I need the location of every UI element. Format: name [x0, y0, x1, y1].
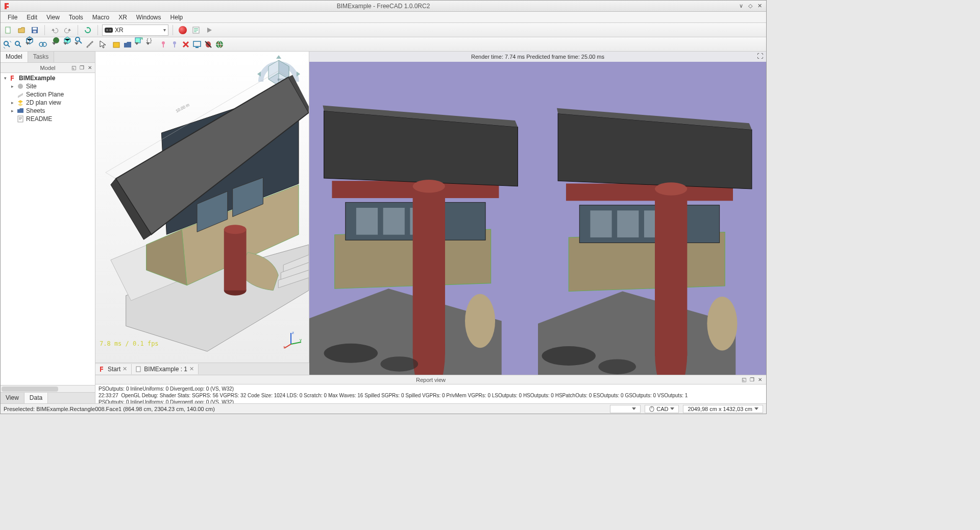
- log-line: 22:33:27 OpenGL Debug: Shader Stats: SGP…: [99, 393, 688, 398]
- expand-arrow-icon[interactable]: ▸: [10, 100, 15, 105]
- tab-view[interactable]: View: [1, 393, 24, 403]
- minimize-button[interactable]: ∨: [738, 3, 745, 10]
- 3d-model-render: 10.00 m: [95, 52, 309, 356]
- tree-item-label: Site: [26, 83, 37, 90]
- vr-viewport[interactable]: Render time: 7.74 ms Predicted frame tim…: [309, 52, 766, 375]
- menu-macro[interactable]: Macro: [88, 13, 113, 22]
- fit-all-button[interactable]: [3, 40, 12, 49]
- tab-document[interactable]: BIMExample : 1 ✕: [132, 364, 199, 374]
- mouse-icon: [649, 406, 654, 412]
- menu-windows[interactable]: Windows: [132, 13, 165, 22]
- fit-selection-button[interactable]: [14, 40, 23, 49]
- group-button[interactable]: [123, 40, 132, 49]
- tab-document-label: BIMExample : 1: [144, 366, 187, 373]
- isometric-button[interactable]: [25, 36, 34, 53]
- tree-item-site[interactable]: ▸ Site: [1, 82, 95, 90]
- dock-close-icon[interactable]: ✕: [758, 377, 764, 382]
- svg-rect-67: [413, 186, 445, 353]
- svg-point-86: [542, 346, 596, 366]
- part-create-button[interactable]: [112, 40, 121, 49]
- svg-rect-60: [356, 208, 378, 235]
- close-tab-icon[interactable]: ✕: [122, 366, 127, 372]
- play-button[interactable]: [204, 25, 215, 36]
- refresh-button[interactable]: [82, 25, 93, 36]
- vargroup-button[interactable]: { }: [145, 36, 155, 53]
- part-box-button[interactable]: [63, 36, 72, 53]
- macro-edit-button[interactable]: [190, 25, 202, 36]
- expand-arrow-icon[interactable]: ▾: [3, 76, 8, 81]
- screen-button[interactable]: [192, 40, 202, 49]
- tree-item-sheets[interactable]: ▸ Sheets: [1, 107, 95, 115]
- link-button[interactable]: [134, 36, 143, 53]
- tab-start-label: Start: [108, 366, 120, 373]
- status-nav-style[interactable]: CAD: [645, 405, 679, 413]
- close-button[interactable]: ✕: [756, 3, 763, 10]
- pin-button[interactable]: [159, 40, 168, 49]
- tree-root[interactable]: ▾ BIMExample: [1, 74, 95, 82]
- menu-xr[interactable]: XR: [114, 13, 131, 22]
- measure-button[interactable]: [85, 40, 94, 49]
- open-button[interactable]: [16, 25, 27, 36]
- close-tab-icon[interactable]: ✕: [189, 366, 194, 372]
- record-button[interactable]: [177, 25, 188, 36]
- svg-point-5: [106, 29, 108, 31]
- tree-item-readme[interactable]: README: [1, 115, 95, 123]
- new-button[interactable]: [3, 25, 14, 36]
- fullscreen-icon[interactable]: ⛶: [757, 53, 763, 60]
- vr-right-eye: [538, 52, 767, 375]
- tree-hscrollbar[interactable]: [1, 385, 95, 392]
- undo-button[interactable]: [49, 25, 60, 36]
- model-tree[interactable]: ▾ BIMExample ▸ Site Section Plane ▸: [1, 73, 95, 385]
- menu-edit[interactable]: Edit: [22, 13, 41, 22]
- redo-button[interactable]: [62, 25, 74, 36]
- menu-tools[interactable]: Tools: [65, 13, 87, 22]
- log-line: PSOutputs: 0 InlineUniforms: 0 Divergent…: [99, 386, 234, 392]
- zoom-button[interactable]: [74, 36, 83, 53]
- tab-start[interactable]: Start ✕: [95, 364, 132, 374]
- status-dimensions[interactable]: 2049,98 cm x 1432,03 cm: [683, 405, 763, 413]
- draw-style-button[interactable]: [52, 36, 61, 53]
- svg-rect-14: [113, 42, 119, 47]
- status-blank-combo[interactable]: [610, 405, 641, 413]
- save-button[interactable]: [29, 25, 40, 36]
- svg-point-9: [15, 41, 19, 45]
- svg-point-17: [162, 41, 165, 44]
- freecad-doc-icon: [10, 75, 17, 82]
- dock-float-icon[interactable]: ❐: [79, 65, 85, 71]
- record-icon: [179, 26, 187, 34]
- tree-item-2d-plan[interactable]: ▸ 2D plan view: [1, 99, 95, 107]
- svg-point-70: [324, 344, 378, 363]
- svg-rect-55: [136, 367, 140, 372]
- delete-button[interactable]: [181, 40, 190, 49]
- vr-headset-icon: [105, 28, 113, 33]
- svg-rect-61: [383, 208, 405, 235]
- globe-button[interactable]: [215, 40, 224, 49]
- 3d-viewport[interactable]: RIGHT z y x: [95, 52, 309, 375]
- dock-undock-icon[interactable]: ◱: [742, 377, 748, 382]
- report-view-panel: Report view ◱ ❐ ✕ PSOutputs: 0 InlineUni…: [95, 375, 766, 403]
- menu-view[interactable]: View: [42, 13, 64, 22]
- sync-view-button[interactable]: [38, 40, 47, 49]
- menu-file[interactable]: File: [4, 13, 21, 22]
- report-view-log[interactable]: PSOutputs: 0 InlineUniforms: 0 Divergent…: [95, 384, 766, 403]
- titlebar: BIMExample - FreeCAD 1.0.0RC2 ∨ ◇ ✕: [1, 1, 766, 12]
- menu-help[interactable]: Help: [166, 13, 187, 22]
- dock-close-icon[interactable]: ✕: [87, 65, 93, 71]
- workbench-selector[interactable]: XR: [102, 25, 168, 36]
- tab-model[interactable]: Model: [1, 52, 28, 62]
- statusbar: Preselected: BIMExample.Rectangle008.Fac…: [1, 403, 766, 414]
- svg-rect-4: [105, 28, 113, 33]
- expand-arrow-icon[interactable]: ▸: [10, 108, 15, 113]
- tree-item-section-plane[interactable]: Section Plane: [1, 90, 95, 99]
- window-title: BIMExample - FreeCAD 1.0.0RC2: [1, 3, 766, 10]
- tree-item-label: README: [26, 115, 52, 123]
- dock-float-icon[interactable]: ❐: [750, 377, 756, 382]
- no-bug-button[interactable]: [204, 40, 213, 49]
- pin2-button[interactable]: [170, 40, 179, 49]
- maximize-button[interactable]: ◇: [747, 3, 754, 10]
- expand-arrow-icon[interactable]: ▸: [10, 84, 15, 89]
- tab-data[interactable]: Data: [24, 393, 48, 403]
- whats-this-button[interactable]: [99, 40, 108, 49]
- tab-tasks[interactable]: Tasks: [28, 52, 55, 62]
- dock-undock-icon[interactable]: ◱: [70, 65, 77, 71]
